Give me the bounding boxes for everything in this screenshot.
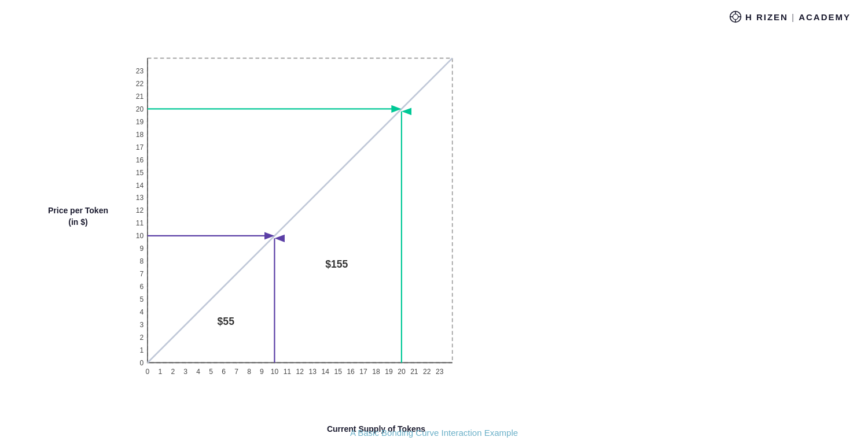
svg-text:2: 2: [171, 368, 175, 376]
svg-text:13: 13: [309, 368, 317, 376]
logo-text-3: ACADEMY: [799, 12, 851, 22]
svg-text:1: 1: [158, 368, 162, 376]
svg-text:17: 17: [136, 143, 144, 151]
x-axis: 0 1 2 3 4 5 6 7 8 9 10 11 12 13 14 15 16…: [146, 368, 444, 376]
svg-text:18: 18: [372, 368, 380, 376]
svg-text:14: 14: [321, 368, 329, 376]
svg-text:23: 23: [436, 368, 444, 376]
svg-text:8: 8: [140, 257, 144, 265]
svg-text:14: 14: [136, 182, 144, 190]
chart-subtitle: A Basic Bonding Curve Interaction Exampl…: [350, 428, 518, 438]
logo-text-2: RIZEN: [756, 12, 788, 22]
svg-text:0: 0: [146, 368, 150, 376]
svg-text:11: 11: [284, 368, 292, 376]
svg-text:5: 5: [209, 368, 213, 376]
svg-text:16: 16: [136, 156, 144, 164]
svg-text:12: 12: [296, 368, 304, 376]
svg-text:0: 0: [140, 359, 144, 367]
svg-text:8: 8: [247, 368, 251, 376]
svg-text:4: 4: [196, 368, 200, 376]
svg-text:4: 4: [140, 308, 144, 316]
horizen-logo-icon: [729, 10, 742, 23]
svg-text:9: 9: [140, 245, 144, 253]
svg-text:7: 7: [234, 368, 238, 376]
svg-text:16: 16: [347, 368, 355, 376]
svg-text:17: 17: [359, 368, 367, 376]
svg-text:5: 5: [140, 295, 144, 303]
svg-text:2: 2: [140, 334, 144, 342]
svg-text:3: 3: [140, 321, 144, 329]
y-axis: 0 1 2 3 4 5 6 7 8 9 10 11 12 13 14 15 16…: [136, 67, 144, 367]
annotation-155: $155: [325, 258, 348, 270]
svg-text:20: 20: [398, 368, 406, 376]
svg-text:13: 13: [136, 194, 144, 202]
svg-text:20: 20: [136, 105, 144, 113]
svg-text:11: 11: [136, 219, 144, 227]
svg-text:19: 19: [136, 118, 144, 126]
svg-text:3: 3: [183, 368, 187, 376]
svg-text:22: 22: [136, 80, 144, 88]
svg-text:10: 10: [136, 232, 144, 240]
svg-text:12: 12: [136, 206, 144, 214]
svg-text:22: 22: [423, 368, 431, 376]
y-axis-label: Price per Token (in $): [46, 205, 110, 228]
svg-text:10: 10: [271, 368, 279, 376]
logo-separator: |: [792, 12, 795, 22]
svg-text:9: 9: [260, 368, 264, 376]
bonding-curve-chart: 0 1 2 3 4 5 6 7 8 9 10 11 12 13 14 15 16…: [116, 32, 637, 402]
svg-text:7: 7: [140, 270, 144, 278]
svg-text:6: 6: [140, 283, 144, 291]
svg-text:19: 19: [385, 368, 393, 376]
svg-text:21: 21: [410, 368, 418, 376]
svg-text:23: 23: [136, 67, 144, 75]
svg-text:18: 18: [136, 131, 144, 139]
svg-text:1: 1: [140, 346, 144, 354]
svg-point-1: [733, 14, 738, 19]
svg-text:15: 15: [334, 368, 342, 376]
svg-text:15: 15: [136, 169, 144, 177]
svg-text:6: 6: [222, 368, 226, 376]
logo-text: H: [745, 12, 753, 22]
svg-text:21: 21: [136, 92, 144, 101]
bonding-curve-line: [148, 58, 453, 363]
chart-container: Price per Token (in $) 0 1 2 3 4 5 6 7 8…: [116, 32, 637, 402]
site-header: H RIZEN | ACADEMY: [729, 10, 851, 23]
annotation-55: $55: [218, 316, 235, 327]
